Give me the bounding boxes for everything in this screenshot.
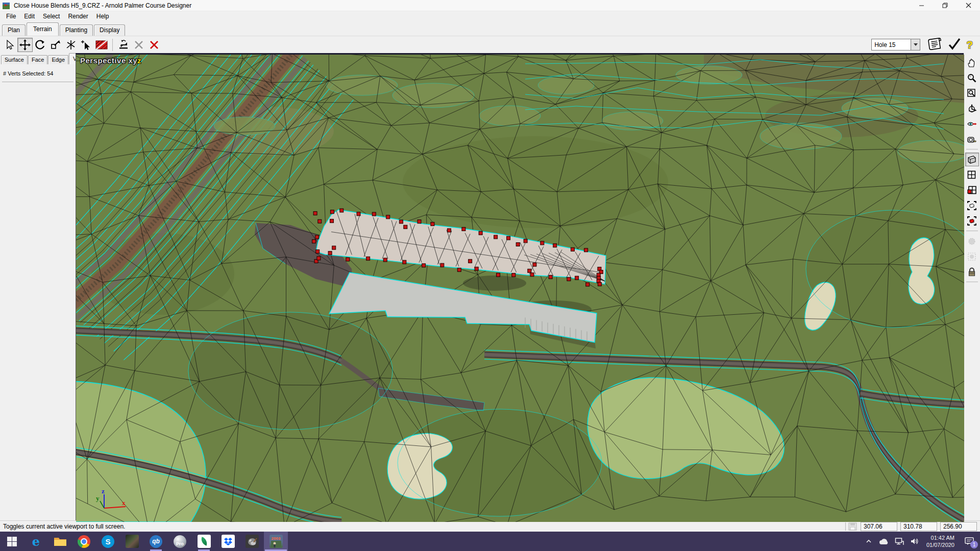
tab-terrain[interactable]: Terrain bbox=[27, 22, 59, 36]
frame-selection-icon[interactable] bbox=[965, 214, 979, 228]
chrome-icon bbox=[78, 535, 90, 548]
view-toolbar bbox=[964, 53, 979, 520]
viewport-canvas[interactable]: xyz bbox=[76, 55, 964, 522]
menu-select[interactable]: Select bbox=[39, 12, 64, 20]
speaker-icon[interactable] bbox=[907, 532, 922, 551]
coord-x-field: 307.06 bbox=[861, 522, 897, 531]
mode-tabs: Plan Terrain Planting Display bbox=[0, 21, 980, 36]
look-direction-icon[interactable] bbox=[965, 117, 979, 131]
delete-tool[interactable] bbox=[146, 38, 162, 52]
window-title: Close House Blends H5_9.CRZ - Arnold Pal… bbox=[14, 2, 191, 9]
taskbar-app-file-explorer[interactable] bbox=[48, 532, 72, 551]
start-button[interactable] bbox=[0, 532, 24, 551]
lock-icon[interactable] bbox=[965, 265, 979, 279]
menu-edit[interactable]: Edit bbox=[20, 12, 39, 20]
selection-mode-tabs: Surface Face Edge Vertex bbox=[0, 53, 76, 64]
chevron-up-icon[interactable] bbox=[861, 532, 876, 551]
hole-selector-value: Hole 15 bbox=[872, 41, 911, 48]
flatten-tool[interactable] bbox=[116, 38, 131, 52]
verts-selected-label: # Verts Selected: 54 bbox=[0, 64, 76, 82]
svg-text:x: x bbox=[122, 499, 126, 507]
add-point-tool[interactable] bbox=[79, 38, 94, 52]
taskbar-app-gimp[interactable] bbox=[240, 532, 264, 551]
taskbar-app-dropbox[interactable] bbox=[216, 532, 240, 551]
notification-badge: 1 bbox=[970, 541, 978, 548]
tab-planting[interactable]: Planting bbox=[60, 24, 93, 36]
gimp-icon bbox=[246, 535, 259, 548]
viewport-3d[interactable]: xyz Perspective xyz bbox=[76, 53, 964, 520]
texture-fill-tool[interactable] bbox=[94, 38, 109, 52]
hole-selector[interactable]: Hole 15 bbox=[871, 39, 920, 51]
taskbar-app-skype[interactable]: S bbox=[96, 532, 120, 551]
select-tool[interactable] bbox=[2, 38, 17, 52]
menu-file[interactable]: File bbox=[2, 12, 20, 20]
notes-icon[interactable] bbox=[927, 37, 943, 53]
close-button[interactable] bbox=[957, 0, 980, 11]
coord-y-field: 310.78 bbox=[900, 522, 937, 531]
course-designer-icon: 2003 bbox=[270, 535, 283, 548]
toolbar-separator bbox=[966, 282, 978, 282]
action-center-button[interactable]: 1 bbox=[959, 532, 980, 551]
tab-surface[interactable]: Surface bbox=[1, 55, 28, 64]
coord-z-field: 256.90 bbox=[940, 522, 977, 531]
network-icon[interactable] bbox=[892, 532, 907, 551]
taskbar-app-quickbooks[interactable]: qb bbox=[144, 532, 168, 551]
minimize-button[interactable] bbox=[910, 0, 933, 11]
region-disabled-icon bbox=[965, 249, 979, 263]
status-separator bbox=[845, 522, 846, 531]
confirm-check-icon[interactable] bbox=[948, 38, 961, 52]
viewports-icon[interactable] bbox=[965, 168, 979, 182]
taskbar-app-chrome[interactable] bbox=[72, 532, 96, 551]
tab-display[interactable]: Display bbox=[94, 24, 125, 36]
restore-button[interactable] bbox=[933, 0, 957, 11]
taskbar-clock[interactable]: 01:42 AM 01/07/2020 bbox=[922, 532, 959, 551]
dropbox-icon bbox=[222, 535, 235, 548]
folder-icon bbox=[54, 536, 67, 547]
frame-all-icon[interactable] bbox=[965, 198, 979, 212]
hole-selector-dropdown-button[interactable] bbox=[911, 39, 920, 50]
chevron-down-icon bbox=[914, 43, 918, 46]
application-window: Close House Blends H5_9.CRZ - Arnold Pal… bbox=[0, 0, 980, 551]
photo-icon bbox=[126, 535, 139, 548]
taskbar-app-snagit[interactable] bbox=[192, 532, 216, 551]
tab-plan[interactable]: Plan bbox=[2, 24, 26, 36]
clock-date: 01/07/2020 bbox=[926, 541, 954, 548]
move-tool[interactable] bbox=[17, 38, 33, 52]
measure-tape-icon[interactable] bbox=[965, 132, 979, 146]
taskbar-app-edge[interactable]: e bbox=[24, 532, 48, 551]
svg-text:y: y bbox=[96, 494, 100, 502]
rotate-tool[interactable] bbox=[33, 38, 48, 52]
menu-render[interactable]: Render bbox=[64, 12, 92, 20]
deselect-tool[interactable] bbox=[131, 38, 146, 52]
panel-separator bbox=[2, 82, 74, 82]
clock-time: 01:42 AM bbox=[931, 534, 954, 541]
menu-bar: File Edit Select Render Help bbox=[0, 11, 980, 21]
status-message: Toggles current active viewport to full … bbox=[0, 523, 125, 530]
zoom-icon[interactable] bbox=[965, 71, 979, 85]
taskbar-app-photos[interactable] bbox=[120, 532, 144, 551]
status-bar: Toggles current active viewport to full … bbox=[0, 520, 980, 532]
taskbar-app-course-designer[interactable]: 2003 bbox=[264, 532, 288, 551]
quickbooks-icon: qb bbox=[150, 535, 162, 548]
tab-edge[interactable]: Edge bbox=[48, 55, 68, 64]
toolbar-separator bbox=[966, 149, 978, 149]
snagit-icon bbox=[198, 535, 211, 548]
orbit-icon[interactable] bbox=[965, 102, 979, 115]
tab-face[interactable]: Face bbox=[28, 55, 47, 64]
paint-disabled-icon bbox=[965, 234, 979, 248]
onedrive-cloud-icon[interactable] bbox=[876, 532, 892, 551]
solid-view-icon[interactable] bbox=[965, 153, 979, 166]
taskbar-app-google-earth[interactable]: Pro bbox=[168, 532, 192, 551]
mirror-tool[interactable] bbox=[63, 38, 79, 52]
selection-panel: Surface Face Edge Vertex # Verts Selecte… bbox=[0, 53, 76, 520]
scale-tool[interactable] bbox=[48, 38, 63, 52]
help-icon[interactable]: ? bbox=[966, 39, 973, 51]
pan-hand-icon[interactable] bbox=[965, 56, 979, 69]
skype-icon: S bbox=[102, 535, 114, 548]
viewports-active-icon[interactable] bbox=[965, 183, 979, 197]
zoom-window-icon[interactable] bbox=[965, 86, 979, 100]
menu-help[interactable]: Help bbox=[92, 12, 113, 20]
viewport-label: Perspective xyz bbox=[80, 56, 141, 65]
toolbar-separator bbox=[966, 231, 978, 231]
taskbar: e S qb Pro 2003 bbox=[0, 532, 980, 551]
